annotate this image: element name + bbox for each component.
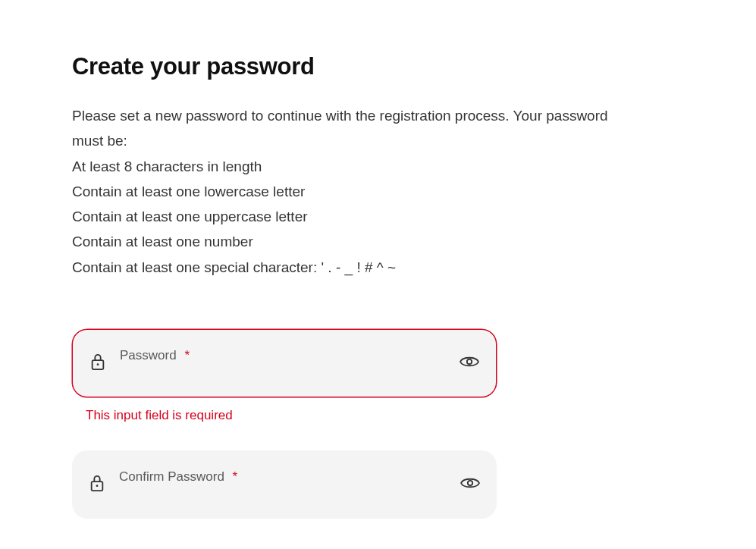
rule-number: Contain at least one number — [72, 229, 618, 254]
svg-point-4 — [96, 485, 99, 487]
rule-length: At least 8 characters in length — [72, 154, 618, 179]
svg-point-1 — [97, 363, 99, 365]
confirm-password-field-body: Confirm Password * — [119, 469, 460, 500]
password-field-body: Password * — [120, 348, 460, 378]
svg-point-5 — [468, 481, 472, 485]
confirm-password-label: Confirm Password * — [119, 469, 460, 485]
form-fields: Password * This input field is required — [72, 329, 497, 519]
password-setup-form: Create your password Please set a new pa… — [72, 53, 618, 519]
instructions-block: Please set a new password to continue wi… — [72, 103, 618, 280]
eye-icon[interactable] — [460, 355, 479, 372]
instructions-intro: Please set a new password to continue wi… — [72, 103, 618, 154]
password-field-wrap[interactable]: Password * — [72, 329, 497, 397]
password-input[interactable] — [120, 363, 460, 378]
field-gap — [72, 423, 497, 450]
svg-point-2 — [467, 359, 472, 364]
password-required-asterisk: * — [184, 348, 190, 362]
rule-uppercase: Contain at least one uppercase letter — [72, 204, 618, 229]
confirm-password-label-text: Confirm Password — [119, 469, 224, 484]
eye-icon[interactable] — [460, 476, 480, 493]
password-error-message: This input field is required — [86, 408, 497, 423]
rule-lowercase: Contain at least one lowercase letter — [72, 179, 618, 204]
page-title: Create your password — [72, 53, 618, 80]
confirm-password-input[interactable] — [119, 485, 460, 500]
rule-special: Contain at least one special character: … — [72, 255, 618, 280]
confirm-password-required-asterisk: * — [233, 469, 238, 484]
lock-icon — [89, 352, 106, 375]
lock-icon — [89, 473, 105, 496]
confirm-password-field-wrap[interactable]: Confirm Password * — [72, 450, 497, 519]
password-label-text: Password — [120, 348, 177, 362]
password-label: Password * — [120, 348, 460, 363]
